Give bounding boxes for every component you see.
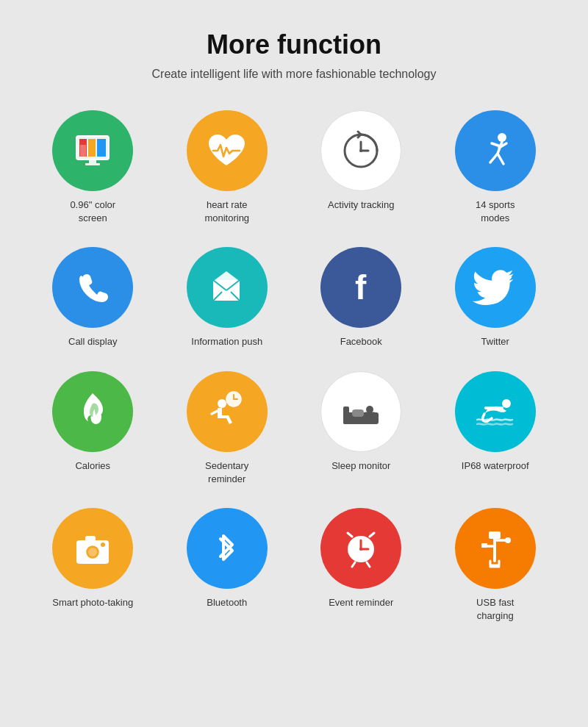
feature-sports-modes: 14 sportsmodes bbox=[432, 110, 559, 225]
svg-point-29 bbox=[218, 399, 226, 408]
svg-rect-7 bbox=[80, 145, 86, 157]
sleep-monitor-icon bbox=[320, 371, 401, 452]
svg-rect-41 bbox=[85, 536, 96, 542]
twitter-icon bbox=[455, 247, 536, 328]
feature-activity-tracking: Activity tracking bbox=[298, 110, 425, 225]
svg-point-40 bbox=[88, 548, 97, 556]
svg-rect-52 bbox=[489, 531, 501, 539]
svg-rect-33 bbox=[352, 409, 364, 417]
twitter-label: Twitter bbox=[481, 335, 509, 348]
photo-taking-icon bbox=[52, 508, 133, 589]
svg-rect-3 bbox=[88, 139, 96, 157]
svg-line-49 bbox=[352, 562, 355, 567]
svg-line-16 bbox=[490, 154, 498, 162]
svg-point-46 bbox=[359, 548, 362, 551]
usb-fast-icon bbox=[455, 508, 536, 589]
feature-waterproof: IP68 waterproof bbox=[432, 371, 559, 486]
sedentary-label: Sedentaryreminder bbox=[205, 459, 248, 486]
feature-twitter: Twitter bbox=[432, 247, 559, 348]
svg-line-47 bbox=[348, 533, 352, 537]
svg-line-14 bbox=[492, 143, 501, 146]
sports-modes-icon bbox=[455, 110, 536, 191]
feature-bluetooth: Bluetooth bbox=[164, 508, 291, 623]
svg-line-50 bbox=[367, 562, 370, 567]
facebook-label: Facebook bbox=[340, 335, 382, 348]
page-title: More function bbox=[207, 29, 381, 60]
feature-usb-fast: USB fastcharging bbox=[432, 508, 559, 623]
svg-point-42 bbox=[101, 542, 105, 547]
svg-point-11 bbox=[359, 149, 362, 152]
feature-info-push: Information push bbox=[164, 247, 291, 348]
svg-rect-32 bbox=[343, 407, 349, 424]
event-reminder-label: Event reminder bbox=[329, 596, 393, 609]
color-screen-icon bbox=[52, 110, 133, 191]
feature-sedentary: Sedentaryreminder bbox=[164, 371, 291, 486]
feature-photo-taking: Smart photo-taking bbox=[29, 508, 157, 623]
facebook-icon: f bbox=[320, 247, 401, 328]
call-display-icon bbox=[52, 247, 133, 328]
svg-rect-4 bbox=[97, 139, 106, 157]
feature-event-reminder: Event reminder bbox=[298, 508, 425, 623]
calories-label: Calories bbox=[75, 459, 110, 473]
svg-point-12 bbox=[498, 133, 506, 142]
sports-modes-label: 14 sportsmodes bbox=[476, 198, 514, 225]
bluetooth-label: Bluetooth bbox=[207, 596, 247, 609]
usb-fast-label: USB fastcharging bbox=[476, 596, 514, 623]
feature-call-display: Call display bbox=[29, 247, 157, 348]
feature-color-screen: 0.96" colorscreen bbox=[29, 110, 157, 225]
calories-icon bbox=[52, 371, 133, 452]
photo-taking-label: Smart photo-taking bbox=[52, 596, 133, 609]
activity-tracking-icon bbox=[320, 110, 401, 191]
svg-text:f: f bbox=[355, 268, 367, 307]
info-push-icon bbox=[187, 247, 268, 328]
page-subtitle: Create intelligent life with more fashio… bbox=[152, 68, 437, 81]
svg-marker-18 bbox=[215, 271, 238, 280]
feature-facebook: f Facebook bbox=[298, 247, 425, 348]
call-display-label: Call display bbox=[68, 335, 117, 348]
waterproof-label: IP68 waterproof bbox=[462, 459, 529, 473]
bluetooth-icon bbox=[187, 508, 268, 589]
svg-rect-6 bbox=[85, 163, 100, 165]
svg-point-56 bbox=[505, 537, 511, 543]
event-reminder-icon bbox=[320, 508, 401, 589]
color-screen-label: 0.96" colorscreen bbox=[70, 198, 115, 225]
svg-point-35 bbox=[502, 399, 511, 408]
sedentary-icon bbox=[187, 371, 268, 452]
svg-line-48 bbox=[370, 533, 374, 537]
feature-sleep-monitor: Sleep monitor bbox=[298, 371, 425, 486]
heart-rate-label: heart ratemonitoring bbox=[204, 198, 249, 225]
feature-calories: Calories bbox=[29, 371, 157, 486]
svg-rect-54 bbox=[481, 543, 487, 548]
svg-line-30 bbox=[212, 411, 218, 414]
features-grid: 0.96" colorscreen heart ratemonitoring bbox=[29, 110, 559, 623]
heart-rate-icon bbox=[187, 110, 268, 191]
activity-tracking-label: Activity tracking bbox=[328, 198, 394, 212]
info-push-label: Information push bbox=[191, 335, 262, 348]
svg-rect-5 bbox=[89, 160, 96, 163]
waterproof-icon bbox=[455, 371, 536, 452]
sleep-monitor-label: Sleep monitor bbox=[331, 459, 390, 473]
svg-line-17 bbox=[498, 154, 503, 164]
feature-heart-rate: heart ratemonitoring bbox=[164, 110, 291, 225]
